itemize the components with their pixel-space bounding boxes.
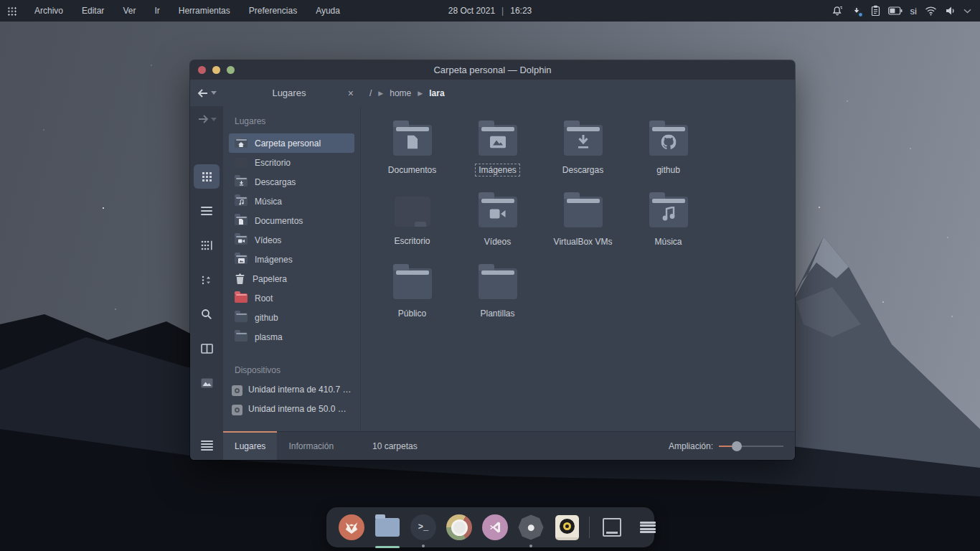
sidebar-item-musica[interactable]: Música bbox=[229, 192, 354, 211]
updates-icon[interactable] bbox=[851, 5, 863, 17]
back-button[interactable] bbox=[190, 88, 223, 98]
place-label: github bbox=[255, 313, 278, 323]
battery-icon[interactable] bbox=[888, 6, 903, 15]
window-titlebar[interactable]: Carpeta personal — Dolphin bbox=[190, 60, 795, 80]
device-item-50[interactable]: Unidad interna de 50.0 … bbox=[229, 402, 354, 421]
tray-expand-icon[interactable] bbox=[963, 9, 971, 14]
dock-terminal-button[interactable]: >_ bbox=[410, 511, 437, 544]
folder-label: Plantillas bbox=[476, 307, 518, 320]
menu-editar[interactable]: Editar bbox=[72, 0, 113, 22]
folder-escritorio[interactable]: Escritorio bbox=[369, 189, 455, 261]
folder-plantillas[interactable]: Plantillas bbox=[455, 261, 540, 333]
devices-section-label: Dispositivos bbox=[235, 365, 354, 375]
places-panel-header: Lugares × bbox=[223, 88, 361, 98]
folder-label: Documentos bbox=[385, 164, 440, 176]
folder-label: github bbox=[653, 164, 684, 176]
dock-app-menu-button[interactable] bbox=[634, 511, 661, 544]
show-desktop-icon bbox=[603, 518, 621, 537]
place-label: Carpeta personal bbox=[255, 138, 321, 149]
sidebar-item-escritorio[interactable]: Escritorio bbox=[229, 153, 354, 172]
sidebar-item-videos[interactable]: Vídeos bbox=[229, 230, 354, 250]
dock: >_ bbox=[326, 507, 654, 547]
details-view-button[interactable] bbox=[194, 199, 220, 223]
forward-button[interactable] bbox=[197, 114, 217, 124]
folder-github[interactable]: github bbox=[626, 118, 711, 189]
icons-view-button[interactable] bbox=[194, 164, 220, 189]
dock-chromium-button[interactable] bbox=[446, 511, 473, 544]
sidebar-item-imagenes[interactable]: Imágenes bbox=[229, 250, 354, 269]
breadcrumb-home[interactable]: home bbox=[390, 88, 411, 98]
sidebar-item-plasma[interactable]: plasma bbox=[229, 327, 354, 347]
tab-informacion[interactable]: Información bbox=[277, 432, 345, 460]
folder-label: Escritorio bbox=[390, 235, 433, 248]
menu-ir[interactable]: Ir bbox=[145, 0, 169, 22]
images-folder-icon bbox=[235, 255, 248, 264]
folder-publico[interactable]: Público bbox=[369, 261, 455, 333]
chromium-icon bbox=[446, 514, 472, 540]
folder-musica[interactable]: Música bbox=[626, 189, 711, 261]
sidebar-item-github[interactable]: github bbox=[229, 308, 354, 327]
menu-ver[interactable]: Ver bbox=[113, 0, 145, 22]
app-launcher-icon[interactable] bbox=[7, 6, 17, 16]
folder-view[interactable]: Documentos Imágenes Descargas github bbox=[361, 106, 795, 431]
folder-documentos[interactable]: Documentos bbox=[369, 118, 455, 189]
system-tray: si bbox=[831, 5, 980, 17]
desktop-folder-icon bbox=[395, 197, 430, 227]
running-indicator bbox=[375, 546, 400, 548]
sidebar-item-root[interactable]: Root bbox=[229, 288, 354, 308]
folder-virtualbox-vms[interactable]: VirtualBox VMs bbox=[540, 189, 626, 261]
dock-file-manager-button[interactable] bbox=[374, 511, 401, 544]
zoom-slider-handle[interactable] bbox=[732, 441, 742, 451]
menu-herramientas[interactable]: Herramientas bbox=[169, 0, 240, 22]
device-label: Unidad interna de 410.7 … bbox=[248, 385, 351, 395]
folder-videos[interactable]: Vídeos bbox=[455, 189, 540, 261]
clock-date: 28 Oct 2021 bbox=[448, 6, 495, 16]
github-folder-icon bbox=[649, 125, 688, 156]
preview-icon bbox=[201, 378, 213, 388]
sort-button[interactable] bbox=[194, 268, 220, 292]
zoom-slider[interactable] bbox=[719, 441, 783, 451]
volume-icon[interactable] bbox=[945, 6, 956, 16]
running-indicator-dot bbox=[529, 545, 532, 547]
hamburger-icon bbox=[201, 441, 213, 451]
place-label: Escritorio bbox=[255, 158, 291, 168]
breadcrumb-arrow-icon: ▶ bbox=[418, 90, 423, 97]
tab-lugares[interactable]: Lugares bbox=[223, 432, 277, 460]
keyboard-layout-indicator[interactable]: si bbox=[910, 6, 917, 17]
folder-descargas[interactable]: Descargas bbox=[540, 118, 626, 189]
preview-button[interactable] bbox=[194, 371, 220, 395]
panel-menu-button[interactable] bbox=[190, 431, 223, 460]
wifi-icon[interactable] bbox=[925, 6, 937, 16]
sidebar-item-carpeta-personal[interactable]: Carpeta personal bbox=[229, 133, 354, 153]
dock-firefox-button[interactable] bbox=[338, 511, 365, 544]
dock-vscode-button[interactable] bbox=[481, 511, 509, 544]
music-folder-icon bbox=[649, 197, 688, 227]
split-view-button[interactable] bbox=[194, 336, 220, 361]
folder-imagenes[interactable]: Imágenes bbox=[455, 118, 540, 189]
place-label: Imágenes bbox=[255, 255, 293, 265]
notifications-icon[interactable] bbox=[831, 5, 843, 17]
clock[interactable]: 28 Oct 2021 | 16:23 bbox=[448, 6, 532, 16]
search-icon bbox=[201, 309, 212, 320]
sidebar-item-descargas[interactable]: Descargas bbox=[229, 172, 354, 192]
device-item-410[interactable]: Unidad interna de 410.7 … bbox=[229, 382, 354, 402]
split-view-icon bbox=[201, 344, 213, 354]
dock-settings-button[interactable] bbox=[517, 511, 545, 544]
menu-ayuda[interactable]: Ayuda bbox=[306, 0, 349, 22]
downloads-folder-icon bbox=[564, 125, 603, 156]
dock-multimedia-button[interactable] bbox=[553, 511, 580, 544]
search-button[interactable] bbox=[194, 302, 220, 326]
close-panel-icon[interactable]: × bbox=[348, 88, 354, 98]
menu-archivo[interactable]: Archivo bbox=[25, 0, 72, 22]
sort-icon bbox=[202, 275, 212, 286]
menu-preferencias[interactable]: Preferencias bbox=[240, 0, 306, 22]
breadcrumb-current[interactable]: lara bbox=[429, 88, 444, 98]
compact-view-button[interactable] bbox=[194, 233, 220, 258]
sidebar-item-documentos[interactable]: Documentos bbox=[229, 211, 354, 230]
app-menu-icon bbox=[640, 522, 656, 534]
sidebar-item-papelera[interactable]: Papelera bbox=[229, 269, 354, 288]
clipboard-icon[interactable] bbox=[871, 5, 880, 17]
place-label: Documentos bbox=[255, 216, 303, 226]
dock-show-desktop-button[interactable] bbox=[598, 511, 626, 544]
breadcrumb-root[interactable]: / bbox=[369, 88, 372, 98]
